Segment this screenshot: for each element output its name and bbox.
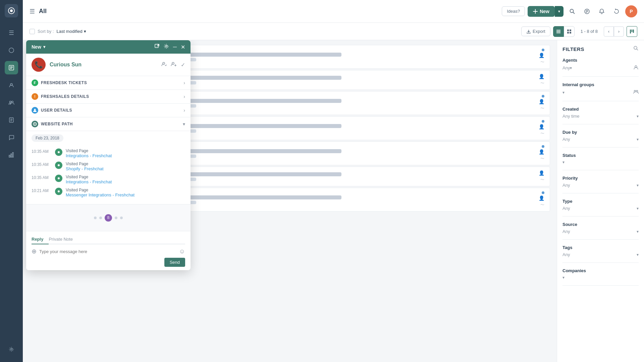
sidebar-icon-settings[interactable] <box>5 343 18 356</box>
activity-icon: 〜 <box>540 177 544 183</box>
chat-area: B <box>26 204 191 231</box>
sidebar-icon-docs[interactable] <box>5 113 18 127</box>
svg-rect-14 <box>9 155 10 157</box>
sidebar: ☰ <box>0 0 23 362</box>
created-label: Created <box>562 107 639 112</box>
export-icon <box>526 29 531 34</box>
priority-select[interactable]: Any ▾ <box>562 183 639 188</box>
notifications-button[interactable] <box>596 5 608 17</box>
kanban-icon <box>630 29 634 34</box>
sort-label: Sort by : <box>38 29 54 34</box>
sidebar-icon-chat[interactable] <box>5 131 18 144</box>
prev-page-button[interactable]: ‹ <box>604 26 614 37</box>
agents-icon <box>633 65 639 71</box>
website-path-section[interactable]: WEBSITE PATH ▾ <box>26 117 191 131</box>
body-area: New ▾ ─ ✕ <box>23 40 644 362</box>
refresh-button[interactable] <box>610 5 623 17</box>
contact-bar: 📞 Curious Sun ✓ <box>26 54 191 76</box>
status-select[interactable]: ▾ <box>562 160 639 165</box>
agents-row: Any ▾ <box>562 65 639 71</box>
svg-point-39 <box>58 151 60 153</box>
filter-priority: Priority Any ▾ <box>562 176 639 193</box>
visit-link-0[interactable]: Integrations - Freshchat <box>66 153 185 158</box>
search-button[interactable] <box>566 5 578 17</box>
freshsales-section[interactable]: ! FRESHSALES DETAILS › <box>26 90 191 104</box>
next-page-button[interactable]: › <box>614 26 624 37</box>
visit-dot-3 <box>55 188 62 195</box>
new-button[interactable]: New <box>528 6 555 17</box>
sidebar-icon-home[interactable] <box>5 44 18 57</box>
export-button[interactable]: Export <box>521 26 550 36</box>
due-by-value: Any <box>562 137 570 142</box>
user-details-section[interactable]: USER DETAILS › <box>26 104 191 117</box>
list-view-button[interactable] <box>553 26 564 37</box>
svg-point-37 <box>34 109 36 111</box>
compose-attach-icon[interactable]: ⊕ <box>32 248 37 255</box>
compose-area: Reply Private Note ⊕ ☺ Send <box>26 231 191 270</box>
svg-point-8 <box>10 101 11 103</box>
ticket-indicators: 👤 〜 <box>539 95 544 111</box>
agents-value: Any <box>562 65 570 70</box>
internal-groups-select[interactable]: ▾ <box>562 90 565 95</box>
source-value: Any <box>562 229 570 234</box>
chat-icon <box>584 8 590 14</box>
source-select[interactable]: Any ▾ <box>562 229 639 234</box>
ideas-button[interactable]: Ideas? <box>502 6 525 16</box>
sidebar-logo[interactable] <box>5 4 18 17</box>
send-button[interactable]: Send <box>164 258 185 267</box>
compose-emoji-icon[interactable]: ☺ <box>179 248 185 255</box>
visit-link-1[interactable]: Shopify - Freshchat <box>66 166 185 171</box>
type-select[interactable]: Any ▾ <box>562 206 639 211</box>
created-select[interactable]: Any time ▾ <box>562 114 639 119</box>
add-member-icon[interactable] <box>171 61 177 68</box>
compose-tabs: Reply Private Note <box>32 235 185 244</box>
grid-view-button[interactable] <box>564 26 575 37</box>
activity-icon: 〜 <box>540 106 544 111</box>
select-all-checkbox[interactable] <box>30 29 35 34</box>
reply-tab[interactable]: Reply <box>32 235 49 244</box>
svg-point-48 <box>634 46 637 49</box>
agents-select[interactable]: Any ▾ <box>562 65 572 70</box>
user-avatar[interactable]: P <box>625 5 637 17</box>
visit-link-2[interactable]: Integrations - Freshchat <box>66 179 185 184</box>
settings-icon[interactable] <box>164 44 169 50</box>
svg-point-32 <box>165 46 167 47</box>
companies-select[interactable]: ▾ <box>562 275 639 280</box>
priority-value: Any <box>562 183 570 188</box>
private-note-tab[interactable]: Private Note <box>49 235 78 244</box>
freshdesk-section[interactable]: F FRESHDESK TICKETS › <box>26 76 191 90</box>
sort-value[interactable]: Last modified ▾ <box>56 29 86 34</box>
ticket-indicators: 👤 〜 <box>539 145 544 162</box>
agents-chevron-icon: ▾ <box>570 66 572 70</box>
assignee-icon: 👤 <box>539 99 544 104</box>
external-link-icon[interactable] <box>154 44 160 50</box>
ticket-indicators: 👤 〜 <box>539 191 544 208</box>
priority-chevron-icon: ▾ <box>637 183 639 188</box>
compose-input[interactable] <box>39 249 176 254</box>
chat-button[interactable] <box>581 5 593 17</box>
resolve-icon[interactable]: ✓ <box>181 62 185 68</box>
created-chevron-icon: ▾ <box>637 114 639 119</box>
kanban-view-button[interactable] <box>627 26 637 37</box>
sidebar-icon-tickets[interactable] <box>5 61 18 74</box>
svg-line-49 <box>637 49 638 50</box>
filters-search-icon[interactable] <box>633 46 639 52</box>
minimize-icon[interactable]: ─ <box>173 44 177 50</box>
visit-item-2: 10:35 AM Visited Page Integrations - Fre… <box>32 175 185 184</box>
close-popup-icon[interactable]: ✕ <box>181 44 185 50</box>
menu-icon[interactable]: ☰ <box>30 8 35 15</box>
type-value: Any <box>562 206 570 211</box>
visit-link-3[interactable]: Messenger Integrations - Freshchat <box>66 192 185 197</box>
due-by-select[interactable]: Any ▾ <box>562 137 639 142</box>
svg-rect-24 <box>567 29 569 31</box>
sidebar-icon-analytics[interactable] <box>5 148 18 162</box>
toolbar: Sort by : Last modified ▾ Export 1 - 8 o… <box>23 23 644 40</box>
ticket-indicators: 👤 〜 <box>539 170 544 183</box>
assign-icon[interactable] <box>161 61 167 68</box>
tags-select[interactable]: Any ▾ <box>562 252 639 257</box>
sidebar-icon-menu[interactable]: ☰ <box>5 26 18 40</box>
sidebar-icon-groups[interactable] <box>5 96 18 109</box>
visit-item-1: 10:35 AM Visited Page Shopify - Freshcha… <box>32 162 185 171</box>
new-dropdown-button[interactable]: ▾ <box>555 6 564 17</box>
sidebar-icon-contacts[interactable] <box>5 78 18 92</box>
